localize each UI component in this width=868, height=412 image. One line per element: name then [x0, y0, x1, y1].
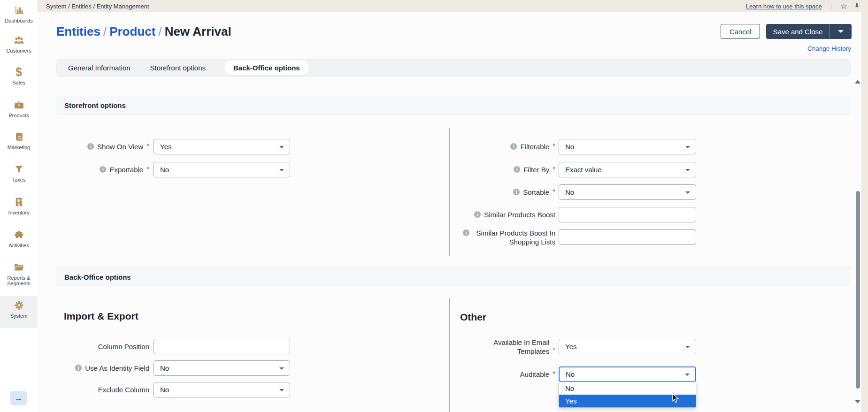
filter-by-select[interactable]: Exact value	[559, 162, 696, 177]
section-header-storefront-options: Storefront options	[56, 96, 851, 114]
section-header-back-office-options: Back-Office options	[56, 267, 851, 286]
chevron-down-icon	[279, 367, 284, 370]
tab-general-information[interactable]: General Information	[67, 64, 131, 72]
info-icon[interactable]: i	[474, 211, 481, 218]
field-label-column-position: Column Position	[56, 339, 149, 351]
required-marker: *	[553, 187, 555, 196]
sidebar-item-sales[interactable]: $ Sales	[0, 63, 38, 91]
required-marker: *	[553, 369, 555, 378]
field-label-similar-products-boost: i Similar Products Boost	[458, 207, 555, 219]
funnel-icon	[13, 163, 25, 175]
title-current: New Arrival	[165, 24, 231, 38]
exportable-select[interactable]: No	[154, 162, 290, 177]
tab-storefront-options[interactable]: Storefront options	[149, 64, 207, 72]
sidebar-item-label: Activities	[8, 243, 29, 248]
chevron-down-icon	[279, 389, 284, 391]
field-label-show-on-view: i Show On View *	[56, 139, 149, 151]
dropdown-option-no[interactable]: No	[559, 382, 696, 395]
show-on-view-select[interactable]: Yes	[154, 139, 290, 154]
mouse-cursor	[672, 393, 680, 405]
similar-products-boost-shopping-lists-input[interactable]	[559, 229, 696, 245]
briefcase-icon	[13, 99, 25, 111]
use-as-identity-field-select[interactable]: No	[154, 360, 290, 376]
chevron-down-icon	[685, 374, 690, 376]
save-options-dropdown[interactable]	[830, 24, 852, 39]
cancel-button[interactable]: Cancel	[721, 24, 760, 39]
chevron-down-icon	[685, 346, 690, 348]
column-divider	[449, 128, 450, 256]
sidebar-item-label: Customers	[6, 48, 31, 53]
chevron-down-icon	[838, 30, 844, 33]
sidebar-item-marketing[interactable]: Marketing	[0, 128, 38, 156]
heading-import-export: Import & Export	[64, 311, 138, 322]
sidebar-item-taxes[interactable]: Taxes	[0, 160, 38, 188]
field-label-sortable: i Sortable *	[458, 184, 555, 197]
top-bar: System / Entities / Entity Management Le…	[38, 0, 868, 12]
field-label-exclude-column: Exclude Column	[56, 382, 149, 394]
filterable-select[interactable]: No	[559, 139, 696, 154]
save-and-close-label[interactable]: Save and Close	[766, 24, 830, 39]
sidebar-item-system[interactable]: System	[0, 296, 38, 328]
info-icon[interactable]: i	[100, 166, 106, 173]
change-history-link[interactable]: Change History	[767, 45, 851, 52]
topbar-actions: Learn how to use this space ☆	[746, 0, 860, 12]
chevron-down-icon	[685, 169, 690, 171]
tab-back-office-options[interactable]: Back-Office options	[224, 61, 309, 75]
info-icon[interactable]: i	[514, 166, 520, 173]
building-icon	[13, 196, 25, 208]
info-icon[interactable]: i	[513, 189, 520, 195]
column-divider	[449, 298, 450, 412]
sidebar-item-inventory[interactable]: Inventory	[0, 193, 38, 221]
gear-icon	[13, 299, 25, 311]
required-marker: *	[553, 164, 555, 173]
exclude-column-select[interactable]: No	[154, 382, 290, 397]
people-icon	[13, 34, 25, 46]
open-folder-icon	[13, 261, 25, 273]
chevron-down-icon	[279, 146, 284, 148]
available-in-email-templates-select[interactable]: Yes	[559, 339, 696, 354]
sidebar-item-dashboards[interactable]: Dashboards	[0, 1, 38, 29]
sidebar-item-activities[interactable]: Activities	[0, 226, 38, 254]
puzzle-icon	[13, 229, 25, 241]
sidebar-expand-button[interactable]: →	[10, 391, 27, 405]
scrollbar-down-arrow[interactable]	[855, 400, 860, 404]
info-icon[interactable]: i	[510, 143, 517, 150]
help-link[interactable]: Learn how to use this space	[746, 3, 822, 10]
scrollbar-thumb[interactable]	[856, 191, 860, 389]
sortable-select[interactable]: No	[559, 184, 696, 200]
title-link-entities[interactable]: Entities	[56, 24, 100, 38]
chevron-down-icon	[685, 146, 690, 148]
save-and-close-button[interactable]: Save and Close	[766, 24, 852, 39]
dollar-icon: $	[13, 66, 25, 78]
auditable-select[interactable]: No	[559, 366, 696, 382]
favorite-star-icon[interactable]: ☆	[840, 2, 847, 10]
bar-chart-icon	[13, 4, 25, 16]
info-icon[interactable]: i	[75, 365, 82, 371]
title-link-product[interactable]: Product	[109, 24, 155, 38]
page: System / Entities / Entity Management Le…	[0, 0, 868, 412]
chevron-down-icon	[685, 191, 690, 194]
sidebar-item-label: Products	[8, 113, 29, 118]
topbar-divider	[831, 3, 831, 10]
field-label-similar-products-boost-shopping-lists: i Similar Products Boost In Shopping Lis…	[458, 229, 555, 246]
sidebar-item-products[interactable]: Products	[0, 96, 38, 124]
scrollbar-up-arrow[interactable]	[855, 80, 860, 84]
info-icon[interactable]: i	[463, 229, 469, 236]
column-position-input[interactable]	[154, 339, 290, 354]
required-marker: *	[553, 141, 555, 150]
sidebar-item-label: Dashboards	[5, 18, 32, 23]
sidebar-item-label: Sales	[12, 80, 25, 85]
sidebar-item-reports-segments[interactable]: Reports & Segments	[0, 258, 38, 293]
page-title: Entities/Product/New Arrival	[56, 24, 231, 39]
book-icon	[13, 130, 25, 143]
info-icon[interactable]: i	[87, 143, 94, 150]
field-label-exportable: i Exportable *	[56, 162, 149, 174]
heading-other: Other	[460, 312, 486, 323]
chevron-down-icon	[279, 169, 284, 171]
sidebar-item-label: System	[10, 313, 28, 319]
pin-icon[interactable]	[853, 3, 860, 10]
breadcrumb: System / Entities / Entity Management	[46, 3, 149, 10]
sidebar-item-customers[interactable]: Customers	[0, 31, 38, 59]
field-label-use-as-identity-field: i Use As Identity Field	[56, 360, 149, 373]
similar-products-boost-input[interactable]	[559, 207, 696, 222]
